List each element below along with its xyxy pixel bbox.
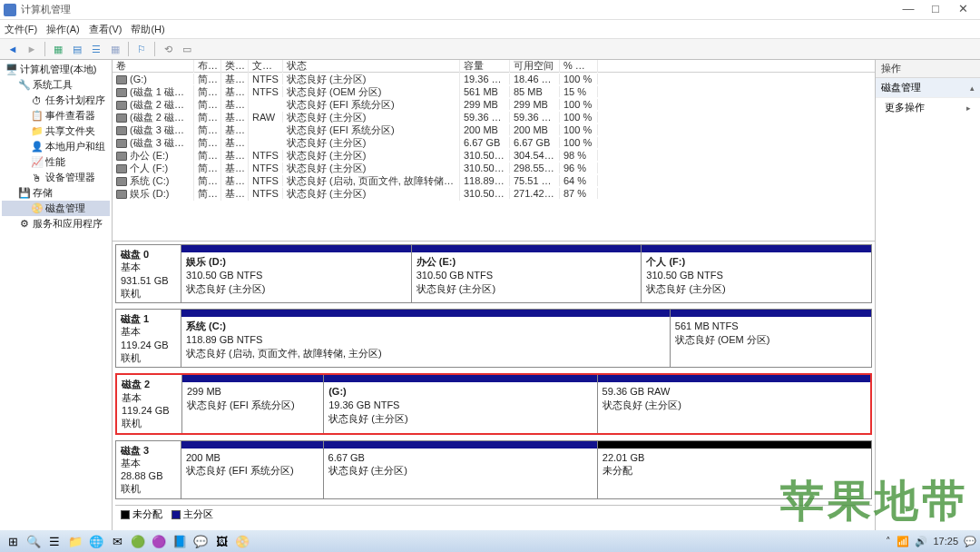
actions-section[interactable]: 磁盘管理▴	[876, 78, 980, 98]
explorer-icon[interactable]: 📁	[66, 532, 84, 550]
table-row[interactable]: 办公 (E:)简单基本NTFS状态良好 (主分区)310.50 GB304.54…	[113, 149, 875, 162]
disk-3-label: 磁盘 3基本28.88 GB联机	[116, 441, 181, 498]
edge-icon[interactable]: 🌐	[87, 532, 105, 550]
col-filesystem[interactable]: 文件系统	[249, 60, 283, 73]
tree-tools[interactable]: 🔧系统工具	[2, 77, 110, 93]
col-status[interactable]: 状态	[283, 60, 460, 73]
system-tray[interactable]: ˄ 📶 🔊 17:25 💬	[886, 536, 976, 547]
search-icon[interactable]: 🔍	[24, 532, 43, 550]
app-icon	[4, 4, 16, 16]
disk-1-part-1[interactable]: 系统 (C:)118.89 GB NTFS状态良好 (启动, 页面文件, 故障转…	[181, 310, 670, 367]
table-row[interactable]: (磁盘 2 磁盘分区 3)简单基本RAW状态良好 (主分区)59.36 GB59…	[113, 111, 875, 123]
service-icon: ⚙	[18, 218, 30, 230]
tree-scheduler[interactable]: ⏱任务计划程序	[2, 93, 110, 108]
disk-2[interactable]: 磁盘 2基本119.24 GB联机 299 MB状态良好 (EFI 系统分区) …	[115, 373, 872, 434]
view-button-1[interactable]: ▦	[50, 41, 66, 57]
app-icon-5[interactable]: 🖼	[212, 532, 230, 550]
perf-icon: 📈	[31, 156, 43, 168]
menu-view[interactable]: 查看(V)	[89, 23, 122, 36]
disk-0[interactable]: 磁盘 0 基本 931.51 GB 联机 娱乐 (D:)310.50 GB NT…	[115, 244, 872, 303]
help-button[interactable]: ⚐	[133, 41, 150, 57]
options-button[interactable]: ▭	[179, 41, 195, 57]
disk-3-part-1[interactable]: 200 MB状态良好 (EFI 系统分区)	[181, 441, 323, 498]
actions-header: 操作	[876, 60, 980, 78]
tree-users[interactable]: 👤本地用户和组	[2, 139, 110, 154]
view-button-2[interactable]: ▤	[69, 41, 85, 57]
app-icon-3[interactable]: 📘	[171, 532, 189, 550]
disk-2-label: 磁盘 2基本119.24 GB联机	[117, 375, 182, 432]
menu-help[interactable]: 帮助(H)	[131, 23, 164, 36]
disk-0-label: 磁盘 0 基本 931.51 GB 联机	[116, 245, 181, 302]
volume-list-header: 卷 布局 类型 文件系统 状态 容量 可用空间 % 可用	[113, 60, 875, 73]
disk-0-part-3[interactable]: 个人 (F:)310.50 GB NTFS状态良好 (主分区)	[641, 245, 871, 302]
toolbar: ◄ ► ▦ ▤ ☰ ▦ ⚐ ⟲ ▭	[0, 38, 980, 60]
maximize-button[interactable]: □	[922, 1, 949, 19]
col-layout[interactable]: 布局	[194, 60, 221, 73]
actions-more[interactable]: 更多操作▸	[876, 98, 980, 117]
view-button-4[interactable]: ▦	[107, 41, 123, 57]
disk-3-part-3[interactable]: 22.01 GB未分配	[597, 441, 871, 498]
chevron-up-icon: ▴	[970, 84, 975, 93]
folder-icon: 📁	[31, 125, 43, 137]
forward-button[interactable]: ►	[24, 41, 40, 57]
menu-file[interactable]: 文件(F)	[5, 23, 37, 36]
tree-root[interactable]: 🖥️计算机管理(本地)	[2, 62, 110, 77]
chevron-right-icon: ▸	[966, 104, 971, 113]
col-type[interactable]: 类型	[221, 60, 249, 73]
disk-1-label: 磁盘 1基本119.24 GB联机	[116, 310, 181, 367]
mail-icon[interactable]: ✉	[108, 532, 126, 550]
col-percent[interactable]: % 可用	[560, 60, 598, 73]
disk-3-part-2[interactable]: 6.67 GB状态良好 (主分区)	[323, 441, 597, 498]
disk-2-part-1[interactable]: 299 MB状态良好 (EFI 系统分区)	[182, 375, 323, 432]
app-icon-4[interactable]: 💬	[191, 532, 210, 550]
table-row[interactable]: (磁盘 3 磁盘分区 1)简单基本状态良好 (EFI 系统分区)200 MB20…	[113, 123, 875, 136]
sidebar: 🖥️计算机管理(本地) 🔧系统工具 ⏱任务计划程序 📋事件查看器 📁共享文件夹 …	[0, 60, 113, 530]
disk-1[interactable]: 磁盘 1基本119.24 GB联机 系统 (C:)118.89 GB NTFS状…	[115, 309, 872, 368]
disk-0-part-2[interactable]: 办公 (E:)310.50 GB NTFS状态良好 (主分区)	[411, 245, 642, 302]
table-row[interactable]: (磁盘 1 磁盘分区 2)简单基本NTFS状态良好 (OEM 分区)561 MB…	[113, 85, 875, 98]
computer-icon: 🖥️	[5, 64, 17, 75]
table-row[interactable]: 娱乐 (D:)简单基本NTFS状态良好 (主分区)310.50 GB271.42…	[113, 187, 875, 200]
storage-icon: 💾	[18, 187, 30, 199]
table-row[interactable]: 个人 (F:)简单基本NTFS状态良好 (主分区)310.50 GB298.55…	[113, 162, 875, 174]
col-volume[interactable]: 卷	[113, 60, 194, 73]
disk-0-part-1[interactable]: 娱乐 (D:)310.50 GB NTFS状态良好 (主分区)	[181, 245, 411, 302]
table-row[interactable]: (磁盘 3 磁盘分区 3)简单基本状态良好 (主分区)6.67 GB6.67 G…	[113, 136, 875, 149]
disk-2-part-2[interactable]: (G:)19.36 GB NTFS状态良好 (主分区)	[323, 375, 596, 432]
network-icon[interactable]: 📶	[897, 536, 909, 547]
tree-services[interactable]: ⚙服务和应用程序	[2, 216, 110, 232]
tree-devmgr[interactable]: 🖱设备管理器	[2, 170, 110, 185]
back-button[interactable]: ◄	[5, 41, 21, 57]
col-free[interactable]: 可用空间	[510, 60, 560, 73]
minimize-button[interactable]: —	[895, 1, 922, 19]
clock[interactable]: 17:25	[933, 536, 958, 547]
refresh-button[interactable]: ⟲	[160, 41, 176, 57]
menu-action[interactable]: 操作(A)	[46, 23, 80, 36]
tree-storage[interactable]: 💾存储	[2, 185, 110, 201]
tree-diskmgmt[interactable]: 📀磁盘管理	[2, 201, 110, 216]
app-icon-2[interactable]: 🟣	[150, 532, 168, 550]
disk-3[interactable]: 磁盘 3基本28.88 GB联机 200 MB状态良好 (EFI 系统分区) 6…	[115, 440, 872, 499]
taskbar: ⊞ 🔍 ☰ 📁 🌐 ✉ 🟢 🟣 📘 💬 🖼 📀 ˄ 📶 🔊 17:25 💬	[0, 530, 980, 552]
disk-1-part-2[interactable]: 561 MB NTFS状态良好 (OEM 分区)	[670, 310, 871, 367]
table-row[interactable]: (磁盘 2 磁盘分区 1)简单基本状态良好 (EFI 系统分区)299 MB29…	[113, 98, 875, 111]
close-button[interactable]: ✕	[949, 1, 976, 19]
volume-list[interactable]: 卷 布局 类型 文件系统 状态 容量 可用空间 % 可用 (G:)简单基本NTF…	[113, 60, 875, 242]
table-row[interactable]: (G:)简单基本NTFS状态良好 (主分区)19.36 GB18.46 GB10…	[113, 73, 875, 85]
chevron-up-icon[interactable]: ˄	[886, 536, 891, 547]
tree-event[interactable]: 📋事件查看器	[2, 108, 110, 123]
notifications-icon[interactable]: 💬	[964, 536, 976, 547]
tree-shared[interactable]: 📁共享文件夹	[2, 123, 110, 139]
diskmgmt-taskbar-icon[interactable]: 📀	[233, 532, 251, 550]
taskview-icon[interactable]: ☰	[45, 532, 64, 550]
col-capacity[interactable]: 容量	[460, 60, 510, 73]
menubar: 文件(F) 操作(A) 查看(V) 帮助(H)	[0, 20, 980, 38]
app-icon-1[interactable]: 🟢	[129, 532, 147, 550]
volume-icon[interactable]: 🔊	[915, 536, 927, 547]
actions-panel: 操作 磁盘管理▴ 更多操作▸	[876, 60, 980, 530]
start-button[interactable]: ⊞	[4, 532, 22, 550]
view-button-3[interactable]: ☰	[88, 41, 104, 57]
tree-perf[interactable]: 📈性能	[2, 154, 110, 170]
disk-2-part-3[interactable]: 59.36 GB RAW状态良好 (主分区)	[597, 375, 870, 432]
table-row[interactable]: 系统 (C:)简单基本NTFS状态良好 (启动, 页面文件, 故障转储, 主分区…	[113, 174, 875, 187]
